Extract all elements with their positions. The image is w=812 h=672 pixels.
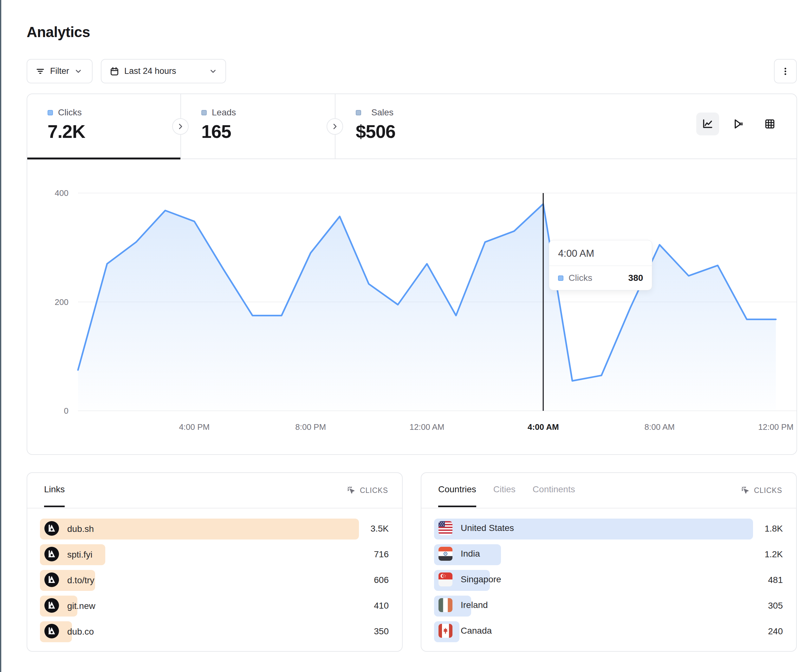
chart-view-switcher bbox=[696, 113, 781, 135]
links-metric-selector[interactable]: CLICKS bbox=[346, 486, 388, 495]
list-item[interactable]: United States1.8K bbox=[434, 517, 783, 543]
x-axis-tick: 8:00 AM bbox=[644, 422, 674, 432]
expand-leads-button[interactable] bbox=[172, 118, 189, 135]
item-label: Singapore bbox=[461, 574, 501, 585]
x-axis-tick: 4:00 AM bbox=[527, 422, 559, 432]
tab-continents[interactable]: Continents bbox=[533, 484, 575, 507]
item-value: 3.5K bbox=[370, 524, 389, 534]
date-range-label: Last 24 hours bbox=[124, 66, 176, 76]
y-axis-tick: 400 bbox=[55, 188, 68, 198]
countries-list: United States1.8KIndia1.2KSingapore481Ir… bbox=[434, 517, 783, 646]
flag-icon-ie bbox=[438, 598, 452, 612]
link-favicon bbox=[44, 573, 59, 588]
clicks-chart[interactable]: 0200400 4:00 PM8:00 PM12:00 AM4:00 AM8:0… bbox=[27, 159, 797, 454]
countries-panel-header: Countries Cities Continents CLICKS bbox=[421, 473, 796, 508]
item-label: India bbox=[461, 549, 480, 559]
item-value: 1.2K bbox=[764, 549, 783, 559]
item-label: Canada bbox=[461, 626, 492, 636]
chevron-down-icon bbox=[74, 67, 82, 75]
funnel-view-button[interactable] bbox=[727, 113, 750, 135]
analytics-card: Clicks 7.2K Leads 165 Sales $506 bbox=[27, 94, 797, 455]
item-value: 350 bbox=[374, 626, 389, 636]
expand-sales-button[interactable] bbox=[327, 118, 343, 135]
countries-metric-selector[interactable]: CLICKS bbox=[741, 486, 782, 495]
item-label: d.to/try bbox=[67, 575, 94, 585]
link-favicon bbox=[44, 547, 59, 563]
item-label: dub.co bbox=[67, 627, 94, 637]
list-item[interactable]: Ireland305 bbox=[434, 594, 783, 620]
page-title: Analytics bbox=[27, 24, 90, 41]
tooltip-time: 4:00 AM bbox=[549, 240, 652, 266]
cursor-click-icon bbox=[741, 486, 750, 495]
y-axis-tick: 200 bbox=[55, 297, 68, 307]
tooltip-series-label: Clicks bbox=[568, 273, 592, 283]
flag-icon-ca bbox=[438, 624, 452, 638]
list-item[interactable]: spti.fyi716 bbox=[40, 543, 389, 569]
item-value: 481 bbox=[768, 575, 783, 585]
item-value: 1.8K bbox=[764, 524, 783, 534]
x-axis-tick: 12:00 PM bbox=[758, 422, 793, 432]
tab-clicks[interactable]: Clicks 7.2K bbox=[27, 94, 181, 159]
item-value: 305 bbox=[768, 601, 783, 611]
links-panel: Links CLICKS dub.sh3.5Kspti.fyi716d.to/t… bbox=[27, 472, 403, 652]
tab-links[interactable]: Links bbox=[44, 484, 65, 507]
window-edge-strip bbox=[0, 0, 1, 672]
stat-value: $506 bbox=[356, 121, 396, 142]
stat-value: 7.2K bbox=[48, 121, 85, 142]
list-item[interactable]: India1.2K bbox=[434, 543, 783, 569]
item-label: dub.sh bbox=[67, 524, 94, 534]
x-axis-tick: 8:00 PM bbox=[295, 422, 326, 432]
flag-icon-in bbox=[438, 547, 452, 561]
stat-value: 165 bbox=[201, 121, 231, 142]
date-range-button[interactable]: Last 24 hours bbox=[101, 59, 226, 84]
sales-legend-swatch bbox=[356, 110, 361, 115]
list-item[interactable]: dub.sh3.5K bbox=[40, 517, 389, 543]
list-item[interactable]: git.new410 bbox=[40, 594, 389, 620]
link-favicon bbox=[44, 598, 59, 614]
item-label: United States bbox=[461, 523, 514, 533]
countries-panel: Countries Cities Continents CLICKS Unite… bbox=[421, 472, 797, 652]
kebab-menu-icon bbox=[781, 67, 790, 76]
x-axis-tick: 12:00 AM bbox=[409, 422, 445, 432]
chart-tooltip: 4:00 AM Clicks 380 bbox=[549, 240, 652, 290]
tab-cities[interactable]: Cities bbox=[493, 484, 515, 507]
calendar-icon bbox=[110, 67, 119, 76]
y-axis-tick: 0 bbox=[64, 406, 68, 416]
list-item[interactable]: Singapore481 bbox=[434, 569, 783, 594]
link-favicon bbox=[44, 624, 59, 640]
stat-label: Sales bbox=[371, 107, 394, 118]
cursor-click-icon bbox=[346, 486, 356, 495]
x-axis-tick: 4:00 PM bbox=[179, 422, 210, 432]
stat-label: Clicks bbox=[58, 107, 82, 118]
active-tab-underline bbox=[27, 157, 181, 159]
leads-legend-swatch bbox=[201, 110, 207, 115]
table-view-button[interactable] bbox=[758, 113, 781, 135]
item-label: git.new bbox=[67, 601, 96, 611]
item-value: 716 bbox=[374, 549, 389, 559]
item-label: Ireland bbox=[461, 600, 488, 610]
tooltip-value: 380 bbox=[628, 273, 643, 283]
flag-icon-us bbox=[438, 521, 452, 535]
clicks-legend-swatch bbox=[558, 275, 563, 281]
list-item[interactable]: dub.co350 bbox=[40, 620, 389, 646]
item-value: 410 bbox=[374, 601, 389, 611]
chevron-down-icon bbox=[209, 67, 217, 75]
list-item[interactable]: Canada240 bbox=[434, 620, 783, 646]
stat-label: Leads bbox=[212, 107, 236, 118]
metric-label: CLICKS bbox=[754, 486, 782, 495]
clicks-legend-swatch bbox=[48, 110, 53, 115]
tab-sales[interactable]: Sales $506 bbox=[336, 94, 494, 159]
line-chart-view-button[interactable] bbox=[696, 113, 719, 135]
filter-button-label: Filter bbox=[50, 66, 69, 76]
list-item[interactable]: d.to/try606 bbox=[40, 569, 389, 594]
tab-leads[interactable]: Leads 165 bbox=[181, 94, 335, 159]
item-value: 240 bbox=[768, 626, 783, 636]
more-options-button[interactable] bbox=[774, 59, 797, 84]
item-label: spti.fyi bbox=[67, 550, 92, 560]
link-favicon bbox=[44, 521, 59, 537]
links-list: dub.sh3.5Kspti.fyi716d.to/try606git.new4… bbox=[40, 517, 389, 646]
metric-label: CLICKS bbox=[360, 486, 388, 495]
filter-button[interactable]: Filter bbox=[27, 59, 92, 84]
item-value: 606 bbox=[374, 575, 389, 585]
tab-countries[interactable]: Countries bbox=[438, 484, 476, 507]
